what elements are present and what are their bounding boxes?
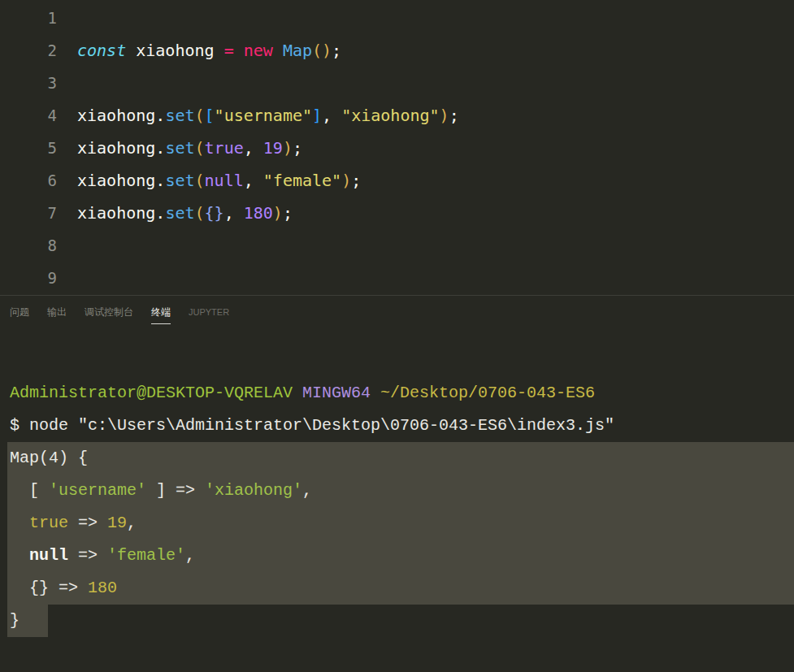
- code-token: ;: [332, 41, 341, 60]
- code-token: xiaohong.: [77, 138, 165, 158]
- terminal-line: Administrator@DESKTOP-VQRELAV MINGW64 ~/…: [0, 377, 794, 410]
- code-token: (: [195, 138, 205, 158]
- terminal-text: null => 'female',: [10, 546, 195, 565]
- terminal-token: Administrator@DESKTOP-VQRELAV: [10, 384, 302, 402]
- code-token: ;: [449, 106, 459, 125]
- code-token: "username": [215, 106, 312, 125]
- code-text: xiaohong.set(["username"], "xiaohong");: [57, 106, 459, 125]
- code-token: ): [283, 138, 293, 158]
- terminal-token: ,: [127, 514, 137, 532]
- terminal-output[interactable]: Administrator@DESKTOP-VQRELAV MINGW64 ~/…: [0, 329, 794, 672]
- code-token: ,: [244, 171, 263, 190]
- terminal-token: 'female': [107, 546, 185, 565]
- code-token: ,: [224, 203, 244, 223]
- code-token: "xiaohong": [341, 106, 439, 125]
- terminal-token: [10, 514, 29, 532]
- code-token: [: [205, 106, 215, 125]
- line-number: 3: [0, 67, 57, 99]
- line-number: 7: [0, 197, 57, 229]
- terminal-token: ,: [185, 546, 195, 565]
- terminal-line: [ 'username' ] => 'xiaohong',: [0, 475, 794, 507]
- code-token: ;: [351, 171, 361, 190]
- code-token: true: [205, 138, 244, 158]
- terminal-token: true: [29, 514, 68, 532]
- editor-line[interactable]: 7xiaohong.set({}, 180);: [0, 197, 794, 229]
- line-number: 4: [0, 99, 57, 132]
- code-token: =: [224, 41, 244, 60]
- terminal-text: Map(4) {: [10, 449, 88, 467]
- editor-line[interactable]: 4xiaohong.set(["username"], "xiaohong");: [0, 99, 794, 132]
- code-token: const: [77, 41, 136, 60]
- terminal-text: [ 'username' ] => 'xiaohong',: [10, 481, 312, 500]
- code-token: xiaohong.: [77, 171, 165, 190]
- code-token: ): [273, 203, 283, 223]
- terminal-token: [10, 546, 29, 565]
- code-text: xiaohong.set(null, "female");: [57, 171, 361, 190]
- code-text: xiaohong.set(true, 19);: [57, 138, 302, 158]
- editor-line[interactable]: 8: [0, 229, 794, 262]
- code-text: [57, 73, 77, 93]
- terminal-token: ,: [302, 481, 312, 500]
- code-token: ): [341, 171, 351, 190]
- terminal-text: {} => 180: [10, 579, 117, 597]
- terminal-token: null: [29, 546, 68, 565]
- code-editor[interactable]: 12const xiaohong = new Map();34xiaohong.…: [0, 0, 794, 296]
- code-token: ;: [283, 203, 293, 223]
- code-text: const xiaohong = new Map();: [57, 41, 341, 60]
- code-token: new: [244, 41, 283, 60]
- panel-tab-debug-console[interactable]: 调试控制台: [85, 301, 133, 324]
- terminal-line: $ node "c:\Users\Administrator\Desktop\0…: [0, 410, 794, 442]
- code-token: set: [165, 138, 194, 158]
- terminal-line: true => 19,: [0, 507, 794, 540]
- panel-tab-problems[interactable]: 问题: [10, 301, 29, 324]
- code-token: 180: [244, 203, 273, 223]
- line-number: 1: [0, 2, 57, 34]
- terminal-text: Administrator@DESKTOP-VQRELAV MINGW64 ~/…: [10, 384, 595, 402]
- terminal-text: true => 19,: [10, 514, 137, 532]
- terminal-token: ] =>: [146, 481, 205, 500]
- panel-tab-output[interactable]: 输出: [47, 301, 67, 324]
- code-text: xiaohong.set({}, 180);: [57, 203, 293, 223]
- code-text: [57, 236, 77, 255]
- code-token: ,: [322, 106, 341, 125]
- code-token: set: [165, 171, 194, 190]
- terminal-token: $ node "c:\Users\Administrator\Desktop\0…: [10, 416, 614, 435]
- terminal-selection-highlight: [7, 572, 794, 605]
- code-token: (): [312, 41, 332, 60]
- code-token: "female": [263, 171, 341, 190]
- code-token: ]: [312, 106, 322, 125]
- code-token: (: [195, 171, 205, 190]
- terminal-token: 'xiaohong': [205, 481, 302, 500]
- code-token: xiaohong.: [77, 106, 165, 125]
- code-token: ): [440, 106, 449, 125]
- terminal-text: $ node "c:\Users\Administrator\Desktop\0…: [10, 416, 614, 435]
- line-number: 6: [0, 164, 57, 197]
- editor-line[interactable]: 3: [0, 67, 794, 99]
- terminal-line: }: [0, 605, 794, 637]
- code-token: set: [165, 106, 194, 125]
- terminal-token: 180: [88, 579, 117, 597]
- line-number: 5: [0, 132, 57, 164]
- code-token: null: [205, 171, 244, 190]
- editor-line[interactable]: 5xiaohong.set(true, 19);: [0, 132, 794, 164]
- terminal-line: {} => 180: [0, 572, 794, 605]
- editor-line[interactable]: 2const xiaohong = new Map();: [0, 34, 794, 67]
- code-text: [57, 8, 77, 28]
- code-token: xiaohong: [136, 41, 223, 60]
- terminal-token: MINGW64: [302, 384, 380, 402]
- code-token: set: [165, 203, 194, 223]
- code-token: (: [195, 203, 205, 223]
- editor-line[interactable]: 1: [0, 2, 794, 34]
- code-token: ;: [293, 138, 302, 158]
- code-token: xiaohong.: [77, 203, 165, 223]
- terminal-token: 19: [107, 514, 127, 532]
- terminal-text: }: [10, 611, 20, 630]
- editor-line[interactable]: 6xiaohong.set(null, "female");: [0, 164, 794, 197]
- code-text: [57, 268, 77, 288]
- code-token: {}: [205, 203, 224, 223]
- code-token: ,: [244, 138, 263, 158]
- editor-line[interactable]: 9: [0, 262, 794, 294]
- panel-tab-terminal[interactable]: 终端: [151, 301, 171, 324]
- panel-tab-jupyter[interactable]: JUPYTER: [189, 301, 229, 324]
- terminal-token: 'username': [49, 481, 146, 500]
